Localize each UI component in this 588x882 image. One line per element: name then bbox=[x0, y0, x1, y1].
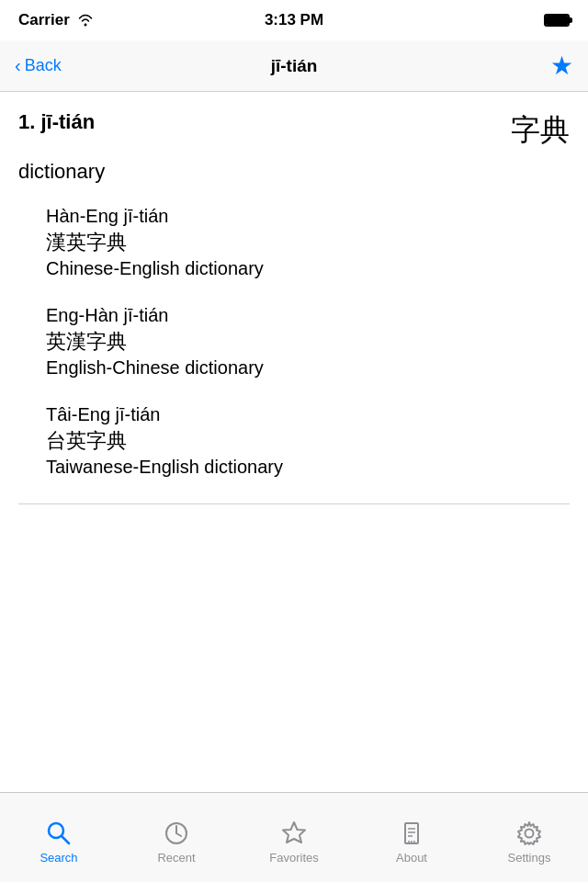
sub-entry-1-chinese: 漢英字典 bbox=[46, 229, 570, 256]
svg-line-1 bbox=[62, 836, 69, 843]
entry-chinese-title: 字典 bbox=[511, 110, 570, 151]
content-divider bbox=[18, 503, 570, 504]
tab-settings-label: Settings bbox=[508, 851, 551, 865]
sub-entry-1-romanization: Hàn-Eng jī-tián bbox=[46, 206, 570, 227]
sub-entry-2: Eng-Hàn jī-tián 英漢字典 English-Chinese dic… bbox=[46, 305, 570, 379]
entry-number-title: 1. jī-tián bbox=[18, 110, 95, 134]
sub-entry-3: Tâi-Eng jī-tián 台英字典 Taiwanese-English d… bbox=[46, 404, 570, 478]
svg-line-4 bbox=[176, 833, 181, 836]
status-battery-area bbox=[544, 14, 570, 27]
sub-entry-2-romanization: Eng-Hàn jī-tián bbox=[46, 305, 570, 326]
sub-entry-1: Hàn-Eng jī-tián 漢英字典 Chinese-English dic… bbox=[46, 206, 570, 279]
about-icon bbox=[398, 820, 425, 847]
tab-settings[interactable]: Settings bbox=[470, 810, 588, 865]
tab-recent-label: Recent bbox=[157, 851, 195, 865]
nav-bar: ‹ Back jī-tián ★ bbox=[0, 40, 588, 92]
svg-point-13 bbox=[526, 830, 534, 838]
sub-entry-2-english: English-Chinese dictionary bbox=[46, 357, 570, 379]
favorite-star-button[interactable]: ★ bbox=[537, 51, 573, 81]
clock-icon bbox=[163, 820, 190, 847]
tab-recent[interactable]: Recent bbox=[118, 810, 235, 865]
sub-entry-3-romanization: Tâi-Eng jī-tián bbox=[46, 404, 570, 425]
tab-about-label: About bbox=[396, 851, 427, 865]
settings-gear-icon bbox=[515, 820, 543, 847]
tab-bar: Search Recent Favorites About bbox=[0, 792, 588, 882]
tab-search-label: Search bbox=[40, 851, 77, 865]
tab-search[interactable]: Search bbox=[0, 810, 118, 865]
nav-title: jī-tián bbox=[271, 56, 318, 76]
favorites-star-icon bbox=[280, 820, 308, 847]
content-area: 1. jī-tián 字典 dictionary Hàn-Eng jī-tián… bbox=[0, 92, 588, 792]
back-chevron-icon: ‹ bbox=[15, 55, 21, 76]
entry-header: 1. jī-tián 字典 bbox=[18, 110, 570, 151]
wifi-icon bbox=[77, 14, 94, 27]
status-carrier: Carrier bbox=[18, 11, 94, 29]
status-bar: Carrier 3:13 PM bbox=[0, 0, 588, 40]
tab-about[interactable]: About bbox=[353, 810, 470, 865]
battery-fill bbox=[546, 16, 568, 25]
tab-favorites[interactable]: Favorites bbox=[235, 810, 353, 865]
svg-marker-5 bbox=[283, 822, 305, 842]
sub-entry-3-chinese: 台英字典 bbox=[46, 427, 570, 455]
sub-entry-3-english: Taiwanese-English dictionary bbox=[46, 457, 570, 478]
battery-icon bbox=[544, 14, 570, 27]
sub-entry-1-english: Chinese-English dictionary bbox=[46, 258, 570, 279]
search-icon bbox=[45, 820, 73, 847]
back-label: Back bbox=[25, 56, 62, 75]
tab-favorites-label: Favorites bbox=[269, 851, 318, 865]
entry-definition: dictionary bbox=[18, 160, 570, 184]
status-time: 3:13 PM bbox=[265, 11, 323, 29]
sub-entry-2-chinese: 英漢字典 bbox=[46, 328, 570, 356]
back-button[interactable]: ‹ Back bbox=[15, 55, 88, 76]
svg-rect-6 bbox=[405, 823, 418, 843]
